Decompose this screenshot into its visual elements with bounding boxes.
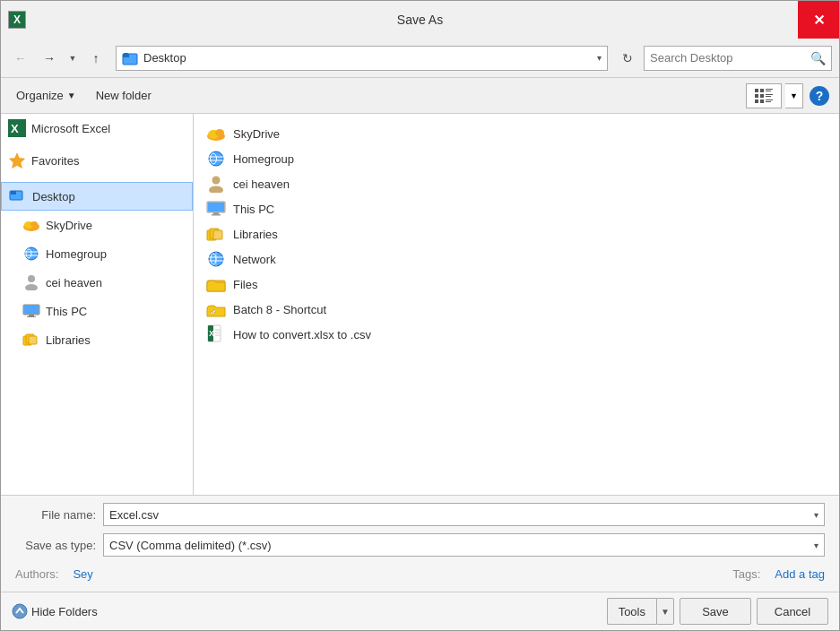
sidebar-item-label: This PC (46, 305, 87, 318)
organize-chevron: ▼ (67, 91, 76, 100)
svg-rect-13 (766, 99, 773, 100)
new-folder-label: New folder (96, 89, 152, 102)
new-folder-button[interactable]: New folder (88, 83, 160, 108)
svg-rect-46 (208, 203, 224, 212)
file-name: Network (233, 253, 276, 266)
tags-label: Tags: (732, 567, 760, 581)
sidebar-item-label: SkyDrive (46, 219, 92, 232)
file-name: Homegroup (233, 152, 294, 166)
svg-rect-47 (213, 212, 219, 214)
computer-icon (22, 302, 40, 320)
sidebar-item-favorites[interactable]: Favorites (1, 146, 193, 175)
up-button[interactable]: ↑ (83, 46, 108, 71)
svg-rect-11 (755, 99, 758, 103)
file-name: Libraries (233, 228, 278, 241)
svg-rect-2 (124, 53, 128, 55)
file-name: This PC (233, 203, 274, 216)
sidebar-item-this-pc[interactable]: This PC (1, 297, 193, 325)
cancel-button[interactable]: Cancel (757, 598, 828, 625)
filetype-value: CSV (Comma delimited) (*.csv) (109, 539, 272, 552)
sidebar-item-label: Libraries (46, 333, 91, 347)
svg-rect-31 (29, 315, 34, 316)
toolbar: Organize ▼ New folder ▼ (1, 78, 839, 114)
list-item[interactable]: SkyDrive (201, 121, 832, 146)
list-item[interactable]: X How to convert.xlsx to .csv (201, 322, 832, 347)
filename-row: File name: Excel.csv ▾ (15, 503, 825, 526)
svg-point-43 (212, 177, 221, 185)
svg-point-65 (13, 604, 27, 618)
hide-folders-label: Hide Folders (31, 605, 98, 618)
user-icon (206, 174, 226, 194)
hide-folders-button[interactable]: Hide Folders (12, 603, 98, 619)
list-item[interactable]: Network (201, 246, 832, 272)
desktop-icon (9, 187, 27, 205)
library-icon (22, 331, 40, 349)
svg-point-44 (209, 186, 223, 194)
svg-rect-12 (760, 99, 764, 103)
sidebar-item-cei-heaven[interactable]: cei heaven (1, 268, 193, 297)
view-button[interactable] (746, 83, 782, 108)
right-panel[interactable]: SkyDrive Homegroup (194, 114, 839, 495)
sidebar-item-skydrive[interactable]: SkyDrive (1, 211, 193, 239)
sidebar-item-libraries[interactable]: Libraries (1, 325, 193, 354)
svg-rect-5 (766, 89, 773, 90)
close-button[interactable]: ✕ (798, 1, 839, 39)
svg-rect-48 (212, 214, 221, 216)
search-icon[interactable]: 🔍 (810, 51, 826, 65)
favorites-icon (8, 151, 26, 169)
list-item[interactable]: Files (201, 272, 832, 297)
help-button[interactable]: ? (807, 83, 832, 108)
organize-button[interactable]: Organize ▼ (8, 83, 84, 108)
list-item[interactable]: Batch 8 - Shortcut (201, 297, 832, 322)
left-scroll[interactable]: X Microsoft Excel Favorites (1, 114, 193, 495)
view-icon (755, 89, 773, 103)
sidebar-item-label: Homegroup (46, 247, 107, 261)
view-dropdown[interactable]: ▼ (785, 83, 803, 108)
sidebar-item-microsoft-excel[interactable]: X Microsoft Excel (1, 114, 193, 143)
svg-point-22 (30, 221, 38, 227)
save-label: Save (702, 605, 729, 618)
cancel-label: Cancel (775, 605, 810, 618)
title-bar-left: X (8, 11, 26, 29)
svg-rect-32 (27, 316, 36, 317)
refresh-button[interactable]: ↻ (615, 46, 640, 71)
user-icon (22, 273, 40, 291)
file-name: Batch 8 - Shortcut (233, 303, 326, 316)
forward-button[interactable]: → (37, 46, 62, 71)
svg-point-27 (28, 275, 35, 282)
dialog-title: Save As (397, 13, 443, 27)
search-input[interactable] (650, 51, 807, 65)
address-chevron[interactable]: ▾ (597, 53, 602, 63)
list-item[interactable]: This PC (201, 196, 832, 221)
tags-value[interactable]: Add a tag (775, 567, 825, 581)
tools-dropdown[interactable]: ▼ (656, 598, 674, 625)
save-as-dialog: X Save As ✕ ← → ▼ ↑ Desktop ▾ ↻ 🔍 Organi… (0, 0, 840, 631)
sidebar-item-homegroup[interactable]: Homegroup (1, 239, 193, 268)
location-icon (122, 50, 138, 66)
save-button[interactable]: Save (680, 598, 751, 625)
filename-value: Excel.csv (109, 508, 159, 522)
filename-input[interactable]: Excel.csv ▾ (103, 503, 825, 526)
authors-value[interactable]: Sey (73, 567, 92, 581)
svg-rect-3 (755, 89, 758, 92)
nav-bar: ← → ▼ ↑ Desktop ▾ ↻ 🔍 (1, 39, 839, 78)
sidebar-item-desktop[interactable]: Desktop (1, 182, 193, 211)
address-bar[interactable]: Desktop ▾ (116, 46, 608, 71)
nav-history-dropdown[interactable]: ▼ (65, 46, 80, 71)
authors-label: Authors: (15, 567, 58, 581)
meta-row: Authors: Sey Tags: Add a tag (15, 564, 825, 584)
svg-rect-10 (766, 96, 771, 97)
skydrive-icon (206, 124, 226, 143)
back-button[interactable]: ← (8, 46, 33, 71)
list-item[interactable]: Homegroup (201, 146, 832, 171)
list-item[interactable]: Libraries (201, 221, 832, 246)
svg-rect-35 (29, 336, 37, 344)
svg-rect-51 (213, 230, 222, 239)
file-name: How to convert.xlsx to .csv (233, 328, 371, 341)
file-name: SkyDrive (233, 127, 280, 141)
svg-rect-7 (755, 94, 758, 98)
filetype-input[interactable]: CSV (Comma delimited) (*.csv) ▾ (103, 533, 825, 557)
tools-button[interactable]: Tools (607, 598, 656, 625)
list-item[interactable]: cei heaven (201, 171, 832, 196)
sidebar-item-label: Microsoft Excel (31, 122, 110, 135)
